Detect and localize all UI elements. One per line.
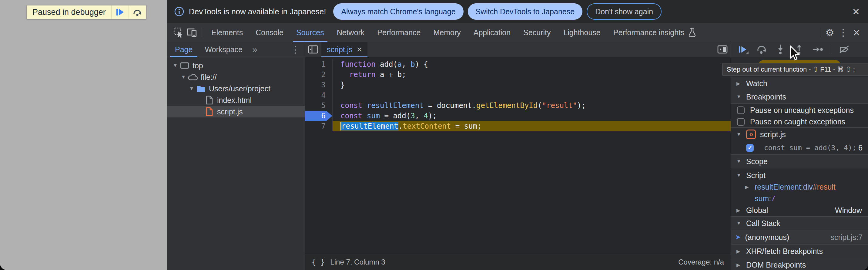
tab-performance-insights[interactable]: Performance insights	[607, 23, 703, 42]
tree-item-users-user-project[interactable]: ▼Users/user/project	[167, 83, 305, 94]
device-toolbar-icon[interactable]	[185, 26, 198, 39]
tab-workspace[interactable]: Workspace	[198, 42, 249, 57]
paused-banner-label: Paused in debugger	[27, 5, 111, 19]
code-line-5[interactable]: 5const resultElement = document.getEleme…	[305, 100, 731, 111]
section-breakpoints[interactable]: ▼ Breakpoints	[731, 90, 868, 104]
step-out-icon[interactable]	[794, 44, 805, 55]
section-xhr-breakpoints[interactable]: ▶ XHR/fetch Breakpoints	[731, 244, 868, 258]
tab-security[interactable]: Security	[517, 23, 557, 42]
code-token: = sum;	[451, 122, 482, 130]
always-match-language-button[interactable]: Always match Chrome's language	[333, 3, 463, 20]
breakpoint-entry-row[interactable]: const sum = add(3, 4); 6	[731, 141, 868, 154]
tree-item-top[interactable]: ▼top	[167, 60, 305, 71]
debugger-toolbar	[731, 42, 868, 57]
line-number[interactable]: 1	[305, 59, 332, 69]
chevron-down-icon: ▼	[737, 132, 746, 137]
toggle-navigator-icon[interactable]	[305, 42, 321, 57]
scope-global-group[interactable]: ▶ Global Window	[731, 204, 868, 216]
step-over-icon[interactable]	[756, 44, 767, 55]
scope-section-label: Scope	[746, 157, 768, 166]
dont-show-again-button[interactable]: Don't show again	[587, 3, 661, 20]
tab-lighthouse[interactable]: Lighthouse	[557, 23, 607, 42]
step-over-button[interactable]	[128, 5, 146, 19]
tab-elements[interactable]: Elements	[205, 23, 249, 42]
section-dom-breakpoints[interactable]: ▶ DOM Breakpoints	[731, 258, 868, 270]
section-scope[interactable]: ▼ Scope	[731, 154, 868, 169]
code-text	[332, 90, 731, 100]
more-options-kebab-icon[interactable]: ⋮	[836, 26, 850, 39]
deactivate-breakpoints-icon[interactable]	[839, 44, 850, 55]
line-number[interactable]: 7	[305, 121, 332, 131]
toggle-debugger-sidebar-icon[interactable]	[714, 42, 731, 57]
code-line-6[interactable]: 6const sum = add(3, 4);	[305, 111, 731, 121]
line-number[interactable]: 2	[305, 69, 332, 80]
section-call-stack[interactable]: ▼ Call Stack	[731, 216, 868, 230]
step-into-icon[interactable]	[775, 44, 786, 55]
line-number[interactable]: 4	[305, 90, 332, 100]
tab-label: Performance	[377, 28, 421, 37]
resume-script-button[interactable]	[111, 5, 128, 19]
tree-item-label: index.html	[217, 96, 252, 104]
pause-caught-exceptions-row[interactable]: Pause on caught exceptions	[731, 116, 868, 128]
navigator-kebab-icon[interactable]: ⋮	[291, 44, 300, 55]
resume-icon[interactable]	[737, 44, 748, 55]
scope-script-group[interactable]: ▼ Script	[731, 170, 868, 181]
tab-memory[interactable]: Memory	[427, 23, 467, 42]
scope-var-sum[interactable]: sum: 7	[731, 193, 868, 204]
section-watch[interactable]: ▶ Watch	[731, 77, 868, 90]
code-line-4[interactable]: 4	[305, 90, 731, 100]
editor-tab-script-js[interactable]: script.js ×	[321, 42, 368, 57]
breakpoint-file-group[interactable]: ▼ ‹› script.js	[731, 128, 868, 141]
switch-to-japanese-button[interactable]: Switch DevTools to Japanese	[468, 3, 583, 20]
chevron-down-icon[interactable]: ▼	[171, 63, 179, 68]
breakpoint-file-label: script.js	[760, 130, 786, 139]
editor-status-bar: { } Line 7, Column 3 Coverage: n/a	[305, 254, 731, 270]
watch-section-label: Watch	[746, 79, 767, 88]
pause-caught-checkbox[interactable]	[737, 118, 745, 126]
call-stack-frame-row[interactable]: ➤ (anonymous) script.js:7	[731, 230, 868, 244]
code-editor[interactable]: 1function add(a, b) {2 return a + b;3}45…	[305, 57, 731, 254]
pretty-print-braces-icon[interactable]: { }	[312, 258, 325, 266]
tree-item-index-html[interactable]: index.html	[167, 94, 305, 106]
editor-tab-close-icon[interactable]: ×	[357, 45, 362, 54]
tab-application[interactable]: Application	[467, 23, 517, 42]
code-line-3[interactable]: 3}	[305, 80, 731, 90]
file-tree: ▼top▼file://▼Users/user/projectindex.htm…	[167, 57, 305, 117]
tree-item-file[interactable]: ▼file://	[167, 71, 305, 83]
pause-uncaught-exceptions-row[interactable]: Pause on uncaught exceptions	[731, 104, 868, 116]
tabbar-right-controls: ⚙ ⋮ ×	[817, 26, 868, 39]
scope-var-resultelement[interactable]: ▶ resultElement: div#result	[731, 181, 868, 193]
tree-item-script-js[interactable]: script.js	[167, 106, 305, 117]
code-line-1[interactable]: 1function add(a, b) {	[305, 59, 731, 69]
code-text: }	[332, 80, 731, 90]
infobar-close-icon[interactable]: ×	[852, 5, 860, 18]
code-text: resultElement.textContent = sum;	[332, 121, 731, 131]
chevron-right-icon: ▶	[737, 208, 746, 213]
line-number[interactable]: 3	[305, 80, 332, 90]
tabbar-divider	[202, 28, 202, 37]
scope-var-value-tag: div	[803, 183, 813, 191]
breakpoint-marker[interactable]: 6	[305, 111, 332, 121]
more-tabs-icon[interactable]: »	[249, 44, 261, 55]
chevron-down-icon[interactable]: ▼	[188, 86, 195, 91]
tab-page[interactable]: Page	[169, 42, 198, 57]
pause-uncaught-checkbox[interactable]	[737, 107, 745, 114]
step-icon[interactable]	[812, 44, 824, 55]
devtools-close-icon[interactable]: ×	[850, 26, 863, 39]
tabbar-divider	[820, 28, 820, 37]
code-line-7[interactable]: 7resultElement.textContent = sum;	[305, 121, 731, 131]
breakpoint-checkbox[interactable]	[746, 144, 754, 152]
tab-console[interactable]: Console	[249, 23, 290, 42]
code-text: const resultElement = document.getElemen…	[332, 100, 731, 111]
scope-global-value: Window	[835, 206, 862, 215]
tab-performance[interactable]: Performance	[371, 23, 427, 42]
inspect-icon[interactable]	[172, 26, 185, 39]
line-number[interactable]: 5	[305, 100, 332, 111]
tab-sources[interactable]: Sources	[290, 23, 331, 42]
tab-network[interactable]: Network	[331, 23, 371, 42]
scope-script-label: Script	[746, 171, 766, 180]
settings-gear-icon[interactable]: ⚙	[823, 26, 836, 39]
code-line-2[interactable]: 2 return a + b;	[305, 69, 731, 80]
chevron-down-icon[interactable]: ▼	[180, 74, 187, 80]
cursor-position-label: Line 7, Column 3	[330, 258, 385, 266]
